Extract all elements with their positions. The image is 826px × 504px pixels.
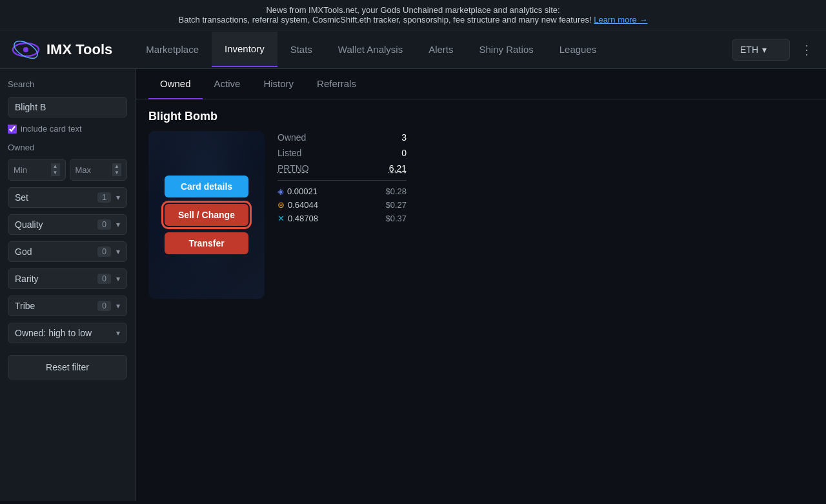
currency-selector[interactable]: ETH ▾ (732, 39, 790, 61)
sort-selector[interactable]: Owned: high to low ▾ (8, 323, 127, 343)
include-card-text-checkbox[interactable] (8, 125, 17, 134)
min-spin-down[interactable]: ▼ (51, 170, 60, 176)
tab-active[interactable]: Active (203, 69, 252, 99)
card-area: Card details Sell / Change Transfer Owne… (148, 131, 813, 299)
eth-amount: 0.00021 (287, 186, 317, 196)
card-overlay: Card details Sell / Change Transfer (148, 131, 265, 299)
main-nav: Marketplace Inventory Stats Wallet Analy… (133, 32, 732, 67)
filter-rarity[interactable]: Rarity 0 ▾ (8, 268, 127, 289)
currency-value: ETH (740, 45, 758, 55)
max-spin-up[interactable]: ▲ (112, 163, 121, 170)
price-gods: ⊛ 0.64044 $0.27 (277, 199, 407, 210)
header-right: ETH ▾ ⋮ (732, 39, 816, 61)
imx-amount: 0.48708 (288, 214, 318, 223)
max-spin-down[interactable]: ▼ (112, 170, 121, 176)
news-text-2: Batch transactions, referral system, Cos… (179, 15, 592, 25)
min-label: Min (14, 165, 27, 175)
news-banner: News from IMXTools.net, your Gods Unchai… (0, 0, 826, 30)
svg-point-2 (23, 47, 28, 52)
owned-range: Min ▲ ▼ Max ▲ ▼ (8, 159, 127, 181)
reset-filter-button[interactable]: Reset filter (8, 355, 127, 379)
include-card-text-label: include card text (21, 124, 82, 134)
search-label: Search (8, 79, 127, 89)
nav-shiny-ratios[interactable]: Shiny Ratios (467, 32, 547, 66)
imx-icon: ✕ (277, 214, 285, 223)
sort-chevron-icon: ▾ (116, 328, 120, 338)
filter-set[interactable]: Set 1 ▾ (8, 187, 127, 208)
stat-listed: Listed 0 (277, 146, 407, 159)
imx-usd: $0.37 (385, 214, 407, 223)
include-card-text-checkbox-row[interactable]: include card text (8, 124, 127, 134)
gods-icon: ⊛ (277, 200, 285, 210)
content-area: Owned Active History Referrals Blight Bo… (136, 69, 826, 501)
card-wrapper: Card details Sell / Change Transfer (148, 131, 265, 299)
filter-god[interactable]: God 0 ▾ (8, 241, 127, 262)
max-label: Max (76, 165, 92, 175)
eth-icon: ◈ (277, 186, 284, 196)
more-options-icon[interactable]: ⋮ (798, 39, 816, 60)
logo-area: IMX Tools (10, 38, 112, 61)
tab-history[interactable]: History (252, 69, 305, 99)
search-input[interactable] (8, 97, 127, 117)
quality-chevron-icon: ▾ (116, 220, 120, 229)
eth-usd: $0.28 (385, 186, 407, 196)
card-title: Blight Bomb (148, 110, 813, 123)
tab-owned[interactable]: Owned (148, 69, 203, 99)
set-chevron-icon: ▾ (116, 193, 120, 202)
tribe-chevron-icon: ▾ (116, 301, 120, 310)
tabs: Owned Active History Referrals (136, 69, 826, 99)
learn-more-link[interactable]: Learn more → (594, 15, 647, 25)
news-text-1: News from IMXTools.net, your Gods Unchai… (266, 5, 559, 15)
logo-icon (10, 38, 41, 61)
card-details-button[interactable]: Card details (165, 176, 248, 197)
rarity-chevron-icon: ▾ (116, 274, 120, 283)
gods-amount: 0.64044 (288, 200, 318, 210)
nav-wallet-analysis[interactable]: Wallet Analysis (325, 32, 416, 66)
chevron-down-icon: ▾ (762, 45, 767, 55)
transfer-button[interactable]: Transfer (165, 232, 248, 254)
header: IMX Tools Marketplace Inventory Stats Wa… (0, 30, 826, 69)
filter-quality[interactable]: Quality 0 ▾ (8, 214, 127, 235)
price-eth: ◈ 0.00021 $0.28 (277, 186, 407, 197)
max-input-wrapper[interactable]: Max ▲ ▼ (70, 159, 128, 181)
logo-text: IMX Tools (46, 41, 112, 58)
min-spin-up[interactable]: ▲ (51, 163, 60, 170)
god-chevron-icon: ▾ (116, 247, 120, 256)
card-stats: Owned 3 Listed 0 PRTNO 6.21 (277, 131, 407, 224)
min-input-wrapper[interactable]: Min ▲ ▼ (8, 159, 66, 181)
owned-filter-label: Owned (8, 143, 127, 152)
sell-change-button[interactable]: Sell / Change (165, 204, 248, 226)
price-imx: ✕ 0.48708 $0.37 (277, 213, 407, 224)
filter-tribe[interactable]: Tribe 0 ▾ (8, 296, 127, 316)
nav-alerts[interactable]: Alerts (416, 32, 466, 66)
max-spinners: ▲ ▼ (112, 163, 121, 176)
stat-divider (277, 180, 407, 181)
main-layout: Search include card text Owned Min ▲ ▼ M… (0, 69, 826, 501)
card-section: Blight Bomb Card details Sell / Change T… (136, 99, 826, 309)
min-spinners: ▲ ▼ (51, 163, 60, 176)
stat-prtno: PRTNO 6.21 (277, 162, 407, 175)
nav-inventory[interactable]: Inventory (212, 32, 277, 67)
gods-usd: $0.27 (385, 200, 407, 210)
tab-referrals[interactable]: Referrals (305, 69, 368, 99)
nav-leagues[interactable]: Leagues (547, 32, 610, 66)
sidebar: Search include card text Owned Min ▲ ▼ M… (0, 69, 136, 501)
stat-owned: Owned 3 (277, 131, 407, 144)
nav-marketplace[interactable]: Marketplace (133, 32, 212, 66)
nav-stats[interactable]: Stats (277, 32, 325, 66)
